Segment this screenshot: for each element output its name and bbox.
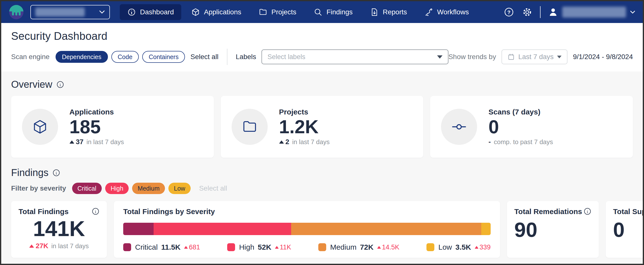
cube-icon [191,8,200,17]
trends-range-button[interactable]: Last 7 days [502,50,568,64]
main-nav: Dashboard Applications Projects [120,4,476,20]
trends-value: Last 7 days [518,53,554,61]
trends-controls: Show trends by Last 7 days 9/1/2024 - 9/… [448,50,633,64]
nav-item-label: Dashboard [140,8,174,16]
info-icon[interactable]: i [584,207,592,215]
severity-select-all[interactable]: Select all [199,184,227,192]
card-delta: - comp. to past 7 days [488,138,553,146]
findings-section-header: Findings i [11,167,633,178]
card-title: Scans (7 days) [488,108,553,116]
card-title: Total Findings by Severity [123,207,215,216]
legend-name: Critical [135,243,158,251]
folder-icon [258,8,268,17]
nav-item-applications[interactable]: Applications [184,4,249,20]
labels-label: Labels [236,53,256,61]
svg-text:i: i [56,171,57,175]
info-icon[interactable]: i [56,81,64,89]
legend-item-medium: Medium 72K 14.5K [318,243,399,251]
search-icon [314,8,322,17]
app-window: Dashboard Applications Projects [0,0,644,265]
nav-item-label: Reports [383,8,407,16]
organization-selector[interactable] [30,5,110,19]
chip-high[interactable]: High [105,183,129,194]
delta-value: 37 [76,138,84,146]
card-icon-circle [22,109,58,145]
filter-bar: Scan engine Dependencies Code Containers… [11,49,633,65]
scan-engine-chips: Dependencies Code Containers [56,51,185,63]
legend-name: Medium [330,243,356,251]
chip-code[interactable]: Code [111,51,139,63]
legend-name: Low [438,243,452,251]
topnav-divider [540,6,540,18]
nav-item-projects[interactable]: Projects [251,4,304,20]
labels-select[interactable]: Select labels [262,50,448,64]
findings-title: Findings [11,167,48,178]
filter-divider [227,49,228,65]
legend-swatch [318,243,326,251]
severity-legend: Critical 11.5K 681 High 52K 11K Medium 7… [123,243,491,251]
delta-up-icon [184,246,188,249]
legend-item-low: Low 3.5K 339 [426,243,490,251]
help-icon: ? [504,7,514,17]
overview-title: Overview [11,79,52,90]
delta-up-icon [70,140,74,144]
nav-item-label: Findings [326,8,352,16]
delta-suffix: comp. to past 7 days [494,138,553,146]
settings-button[interactable] [522,7,533,18]
delta-suffix: in last 7 days [292,138,330,146]
findings-by-severity-card: Total Findings by Severity Critical 11.5… [114,201,500,258]
scans-card: Scans (7 days) 0 - comp. to past 7 days [430,96,633,158]
card-icon-circle [441,109,477,145]
bar-segment-high[interactable] [154,223,291,235]
nav-item-label: Workflows [437,8,469,16]
user-menu[interactable] [548,7,635,18]
overview-section-header: Overview i [11,79,633,90]
caret-down-icon [557,56,562,58]
folder-icon [242,119,258,135]
legend-value: 11.5K [161,243,180,251]
bar-segment-critical[interactable] [123,223,154,235]
delta-value: - [488,138,491,146]
nav-item-reports[interactable]: Reports [362,4,414,20]
chip-critical[interactable]: Critical [72,183,102,194]
info-icon[interactable]: i [92,207,100,215]
cube-icon [32,119,48,135]
scan-engine-select-all[interactable]: Select all [190,53,218,61]
gear-icon [522,7,532,17]
chip-label: Dependencies [62,53,102,61]
delta-up-icon [29,244,34,248]
svg-text:?: ? [508,10,511,15]
chip-dependencies[interactable]: Dependencies [56,51,108,63]
nav-item-label: Projects [272,8,296,16]
bar-segment-low[interactable] [481,223,490,235]
calendar-icon [508,53,515,61]
page-header: Security Dashboard Scan engine Dependenc… [1,23,643,71]
nav-item-findings[interactable]: Findings [306,4,360,20]
chip-label: Medium [138,185,160,192]
legend-value: 3.5K [455,243,471,251]
info-icon[interactable]: i [52,169,60,177]
nav-item-workflows[interactable]: Workflows [417,4,476,20]
chip-containers[interactable]: Containers [142,51,185,63]
page-title: Security Dashboard [11,30,633,42]
svg-text:i: i [60,82,61,87]
date-range: 9/1/2024 - 9/8/2024 [573,53,633,61]
dashboard-content: Overview i Applications 185 [1,71,643,264]
severity-filter-label: Filter by severity [11,184,66,192]
bar-segment-medium[interactable] [291,223,482,235]
chip-low[interactable]: Low [168,183,191,194]
card-value: 90 [514,219,592,240]
help-button[interactable]: ? [504,7,514,18]
card-title: Total Remediations [514,207,582,216]
topnav-right: ? [504,6,635,18]
card-value: 0 [488,117,553,137]
legend-delta-value: 14.5K [382,243,400,251]
legend-delta-value: 681 [189,243,200,251]
nav-item-dashboard[interactable]: Dashboard [120,4,181,20]
card-value: 0 [613,219,643,240]
svg-text:i: i [587,209,588,214]
report-icon [370,8,379,17]
legend-item-high: High 52K 11K [227,243,291,251]
total-remediations-card: Total Remediations i 90 [507,201,599,258]
chip-medium[interactable]: Medium [132,183,165,194]
